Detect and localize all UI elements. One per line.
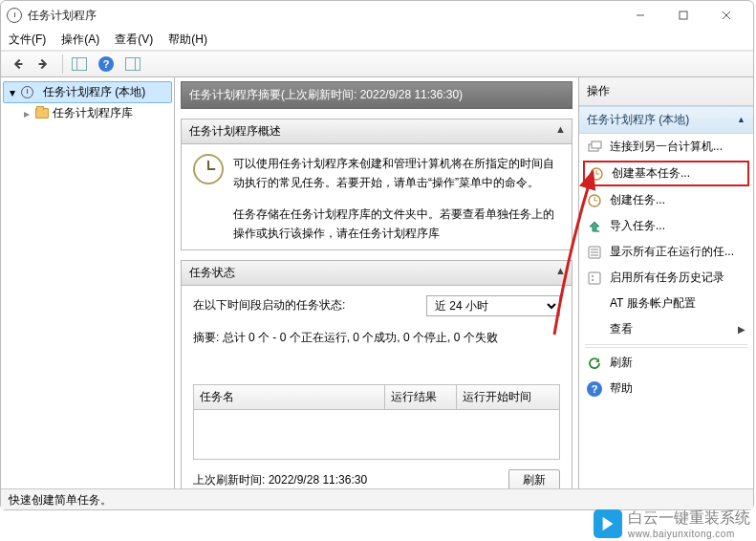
action-icon — [587, 270, 602, 286]
main-scroll[interactable]: 任务计划程序摘要(上次刷新时间: 2022/9/28 11:36:30) 任务计… — [175, 77, 578, 488]
actions-pane-title: 操作 — [579, 77, 753, 106]
tree-pane: ▾ 任务计划程序 (本地) ▸ 任务计划程序库 — [1, 77, 175, 488]
overview-body: 可以使用任务计划程序来创建和管理计算机将在所指定的时间自动执行的常见任务。若要开… — [181, 144, 572, 250]
statusbar: 快速创建简单任务。 — [1, 488, 753, 509]
close-button[interactable] — [704, 1, 747, 30]
svg-rect-1 — [680, 11, 687, 19]
action-label: 查看 — [610, 321, 633, 337]
collapse-icon[interactable]: ▲ — [555, 265, 566, 276]
action-label: 创建基本任务... — [612, 165, 690, 182]
clock-app-icon — [7, 8, 22, 23]
action-item-2[interactable]: 创建任务... — [579, 187, 753, 213]
svg-point-19 — [592, 275, 594, 277]
action-label: AT 服务帐户配置 — [610, 295, 696, 312]
overview-paragraph-1: 可以使用任务计划程序来创建和管理计算机将在所指定的时间自动执行的常见任务。若要开… — [233, 154, 560, 193]
show-actions-button[interactable] — [120, 53, 145, 76]
nav-back-button[interactable] — [5, 53, 30, 76]
col-start-time[interactable]: 运行开始时间 — [457, 385, 559, 409]
submenu-arrow-icon: ▶ — [738, 324, 745, 335]
col-run-result[interactable]: 运行结果 — [385, 385, 457, 409]
menubar: 文件(F) 操作(A) 查看(V) 帮助(H) — [1, 30, 753, 51]
app-window: 任务计划程序 文件(F) 操作(A) 查看(V) 帮助(H) ? ▾ 任务计划程… — [0, 0, 754, 510]
main-header: 任务计划程序摘要(上次刷新时间: 2022/9/28 11:36:30) — [181, 81, 572, 109]
status-range-select[interactable]: 近 24 小时 — [426, 295, 560, 316]
task-table-body[interactable] — [193, 410, 560, 460]
action-label: 启用所有任务历史记录 — [610, 270, 724, 286]
actions-list: 连接到另一台计算机...创建基本任务...创建任务...导入任务...显示所有正… — [579, 134, 753, 401]
watermark-url: www.baiyunxitong.com — [628, 529, 750, 539]
action-icon — [587, 140, 602, 155]
toolbar: ? — [1, 51, 753, 77]
status-section-title[interactable]: 任务状态 ▲ — [181, 260, 572, 286]
svg-rect-7 — [592, 141, 601, 148]
action-item-8[interactable]: 刷新 — [579, 350, 753, 376]
maximize-button[interactable] — [661, 1, 704, 30]
action-item-4[interactable]: 显示所有正在运行的任... — [579, 239, 753, 265]
overview-title-text: 任务计划程序概述 — [189, 124, 281, 138]
action-icon — [587, 322, 602, 337]
action-item-7[interactable]: 查看▶ — [579, 316, 753, 342]
overview-paragraph-2: 任务存储在任务计划程序库的文件夹中。若要查看单独任务上的操作或执行该操作，请在任… — [233, 205, 560, 244]
collapse-icon[interactable]: ▲ — [555, 123, 566, 135]
action-label: 导入任务... — [610, 218, 665, 234]
action-label: 显示所有正在运行的任... — [610, 244, 734, 260]
actions-group-header[interactable]: 任务计划程序 (本地) ▲ — [579, 106, 753, 134]
window-title: 任务计划程序 — [28, 8, 97, 24]
tree-library-label: 任务计划程序库 — [53, 105, 133, 121]
svg-rect-18 — [589, 272, 600, 284]
chevron-down-icon: ▾ — [8, 88, 17, 97]
action-icon — [587, 356, 602, 371]
action-icon — [587, 219, 602, 234]
action-icon — [587, 245, 602, 260]
status-body: 在以下时间段启动的任务状态: 近 24 小时 摘要: 总计 0 个 - 0 个正… — [181, 286, 572, 488]
menu-view[interactable]: 查看(V) — [115, 32, 153, 48]
help-button[interactable]: ? — [94, 53, 119, 76]
overview-section-title[interactable]: 任务计划程序概述 ▲ — [181, 119, 572, 144]
watermark-brand: 白云一键重装系统 — [628, 509, 750, 529]
action-item-9[interactable]: ?帮助 — [579, 376, 753, 401]
status-prompt: 在以下时间段启动的任务状态: — [193, 297, 345, 314]
last-refresh-label: 上次刷新时间: 2022/9/28 11:36:30 — [193, 472, 367, 488]
toolbar-separator — [62, 54, 63, 74]
nav-forward-button[interactable] — [32, 53, 56, 76]
refresh-button[interactable]: 刷新 — [508, 469, 560, 488]
show-tree-button[interactable] — [67, 53, 92, 76]
action-item-0[interactable]: 连接到另一台计算机... — [579, 134, 753, 160]
folder-icon — [35, 108, 49, 119]
svg-point-20 — [592, 279, 594, 281]
watermark: 白云一键重装系统 www.baiyunxitong.com — [594, 509, 750, 539]
task-table-header: 任务名 运行结果 运行开始时间 — [193, 384, 560, 410]
action-icon — [587, 296, 602, 312]
action-label: 帮助 — [610, 380, 633, 397]
action-label: 创建任务... — [610, 192, 665, 208]
tree-root-node[interactable]: ▾ 任务计划程序 (本地) — [3, 81, 172, 103]
action-item-6[interactable]: AT 服务帐户配置 — [579, 291, 753, 316]
menu-help[interactable]: 帮助(H) — [168, 32, 207, 48]
collapse-icon: ▲ — [737, 115, 745, 124]
tree-root-label: 任务计划程序 (本地) — [43, 84, 145, 100]
action-item-1[interactable]: 创建基本任务... — [583, 161, 749, 186]
action-label: 刷新 — [610, 355, 633, 371]
col-task-name[interactable]: 任务名 — [194, 385, 385, 409]
action-item-5[interactable]: 启用所有任务历史记录 — [579, 265, 753, 291]
actions-group-label: 任务计划程序 (本地) — [587, 113, 689, 126]
clock-large-icon — [193, 154, 224, 184]
menu-action[interactable]: 操作(A) — [61, 32, 99, 48]
tree-library-node[interactable]: ▸ 任务计划程序库 — [3, 103, 172, 123]
titlebar[interactable]: 任务计划程序 — [1, 1, 753, 30]
main-pane: 任务计划程序摘要(上次刷新时间: 2022/9/28 11:36:30) 任务计… — [175, 77, 579, 488]
menu-file[interactable]: 文件(F) — [9, 32, 46, 48]
action-label: 连接到另一台计算机... — [610, 139, 723, 155]
status-summary: 摘要: 总计 0 个 - 0 个正在运行, 0 个成功, 0 个停止, 0 个失… — [193, 330, 560, 346]
watermark-icon — [594, 509, 622, 538]
clock-icon — [21, 86, 33, 98]
action-icon: ? — [587, 381, 602, 397]
chevron-right-icon: ▸ — [22, 109, 32, 119]
action-item-3[interactable]: 导入任务... — [579, 213, 753, 239]
action-icon — [587, 193, 602, 208]
action-icon — [589, 166, 604, 182]
status-title-text: 任务状态 — [189, 266, 235, 279]
minimize-button[interactable] — [618, 1, 661, 30]
actions-pane: 操作 任务计划程序 (本地) ▲ 连接到另一台计算机...创建基本任务...创建… — [579, 77, 753, 488]
